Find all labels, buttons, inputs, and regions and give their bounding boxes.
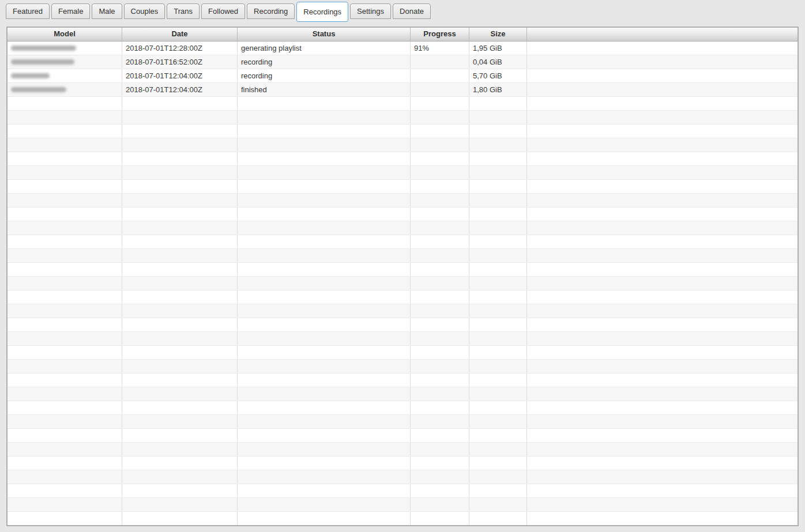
cell-status (238, 429, 411, 442)
cell-model (7, 401, 122, 414)
cell-extra (527, 166, 798, 179)
cell-status (238, 249, 411, 262)
tab-settings[interactable]: Settings (350, 3, 391, 19)
cell-model (7, 138, 122, 152)
cell-size (469, 304, 527, 318)
cell-size: 1,95 GiB (469, 41, 527, 55)
cell-status: recording (238, 55, 411, 69)
recording-row[interactable]: 2018-07-01T12:28:00Zgenerating playlist9… (7, 41, 798, 55)
cell-date (122, 332, 238, 345)
cell-size (469, 138, 527, 152)
cell-date (122, 207, 238, 221)
cell-progress (411, 207, 469, 221)
column-header-date[interactable]: Date (122, 28, 238, 41)
recording-row[interactable]: 2018-07-01T12:04:00Zfinished1,80 GiB (7, 83, 798, 97)
tab-couples[interactable]: Couples (124, 3, 165, 19)
cell-date (122, 194, 238, 207)
cell-extra (527, 249, 798, 262)
column-header-progress[interactable]: Progress (411, 28, 469, 41)
cell-extra (527, 373, 798, 387)
tab-featured[interactable]: Featured (6, 3, 50, 19)
cell-date (122, 484, 238, 497)
tab-recording[interactable]: Recording (247, 3, 295, 19)
cell-status (238, 456, 411, 470)
cell-date (122, 138, 238, 152)
tab-trans[interactable]: Trans (167, 3, 200, 19)
cell-model (7, 290, 122, 304)
column-header-model[interactable]: Model (7, 28, 122, 41)
cell-size (469, 360, 527, 373)
cell-date (122, 235, 238, 248)
recording-row[interactable]: 2018-07-01T16:52:00Zrecording0,04 GiB (7, 55, 798, 69)
cell-status (238, 318, 411, 331)
cell-extra (527, 346, 798, 359)
cell-date (122, 470, 238, 484)
cell-model (7, 180, 122, 193)
empty-row (7, 263, 798, 277)
empty-row (7, 443, 798, 456)
cell-size (469, 443, 527, 456)
empty-row (7, 387, 798, 401)
cell-status (238, 498, 411, 511)
cell-extra (527, 83, 798, 96)
cell-extra (527, 512, 798, 525)
cell-model (7, 373, 122, 387)
recording-row[interactable]: 2018-07-01T12:04:00Zrecording5,70 GiB (7, 69, 798, 83)
cell-size (469, 484, 527, 497)
cell-model (7, 235, 122, 248)
cell-size (469, 498, 527, 511)
cell-progress (411, 373, 469, 387)
cell-model (7, 124, 122, 138)
cell-status: finished (238, 83, 411, 96)
cell-extra (527, 69, 798, 82)
cell-progress (411, 332, 469, 345)
empty-row (7, 332, 798, 346)
model-name-redacted (11, 87, 66, 92)
tab-recordings[interactable]: Recordings (296, 2, 348, 22)
empty-row (7, 456, 798, 470)
tab-donate[interactable]: Donate (393, 3, 431, 19)
cell-model (7, 456, 122, 470)
cell-date (122, 429, 238, 442)
column-header-status[interactable]: Status (238, 28, 411, 41)
empty-row (7, 277, 798, 290)
tab-followed[interactable]: Followed (201, 3, 245, 19)
cell-extra (527, 415, 798, 428)
cell-model (7, 69, 122, 82)
cell-size (469, 180, 527, 193)
recordings-table: ModelDateStatusProgressSize 2018-07-01T1… (6, 27, 799, 526)
cell-model (7, 97, 122, 110)
column-header-blank[interactable] (527, 28, 798, 41)
cell-date (122, 512, 238, 525)
cell-status (238, 346, 411, 359)
cell-model (7, 83, 122, 96)
cell-status (238, 277, 411, 290)
cell-progress (411, 401, 469, 414)
cell-model (7, 166, 122, 179)
cell-status (238, 124, 411, 138)
cell-progress (411, 180, 469, 193)
cell-progress (411, 512, 469, 525)
cell-status (238, 512, 411, 525)
cell-extra (527, 180, 798, 193)
cell-size (469, 111, 527, 124)
cell-extra (527, 235, 798, 248)
cell-status (238, 401, 411, 414)
cell-model (7, 498, 122, 511)
empty-row (7, 124, 798, 138)
cell-size (469, 207, 527, 221)
cell-date (122, 401, 238, 414)
cell-progress (411, 304, 469, 318)
cell-model (7, 263, 122, 276)
cell-size (469, 277, 527, 290)
cell-date (122, 124, 238, 138)
empty-row (7, 318, 798, 332)
cell-size (469, 221, 527, 235)
cell-status (238, 360, 411, 373)
cell-size: 1,80 GiB (469, 83, 527, 96)
table-header: ModelDateStatusProgressSize (7, 28, 798, 41)
tab-male[interactable]: Male (92, 3, 122, 19)
cell-date: 2018-07-01T12:28:00Z (122, 41, 238, 55)
column-header-size[interactable]: Size (469, 28, 527, 41)
tab-female[interactable]: Female (51, 3, 90, 19)
